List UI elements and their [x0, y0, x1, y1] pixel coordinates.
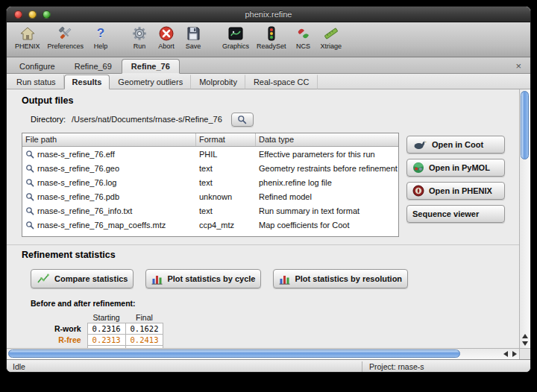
status-divider: [362, 361, 362, 372]
tab-configure[interactable]: Configure: [10, 59, 65, 74]
stats-header-row: Starting Final: [53, 312, 163, 323]
table-header-row: File path Format Data type: [22, 133, 398, 147]
traffic-light-icon: [263, 25, 280, 42]
file-path: rnase-s_refine_76_info.txt: [37, 206, 132, 215]
toolbar-button-abort[interactable]: Abort: [153, 24, 180, 51]
toolbar-button-label: Preferences: [48, 42, 84, 51]
toolbar-button-label: ReadySet: [257, 42, 286, 51]
tab-label: Refine_69: [75, 62, 112, 71]
file-action-buttons: Open in Coot Open in PyMOL Open in PHENI…: [406, 133, 505, 237]
desktop-background: phenix.refine PHENIX Preferences: [0, 0, 537, 392]
scroll-left-icon[interactable]: [503, 351, 508, 357]
toolbar-button-readyset[interactable]: ReadySet: [253, 24, 290, 51]
tab-run-status[interactable]: Run status: [8, 75, 64, 89]
row-label: R-free: [53, 335, 87, 346]
search-icon: [237, 115, 247, 124]
file-format: text: [196, 178, 256, 187]
directory-value: /Users/nat/Documents/rnase-s/Refine_76: [72, 115, 222, 124]
plot-statistics-by-resolution-button[interactable]: Plot statistics by resolution: [273, 269, 408, 288]
toolbar-button-label: NCS: [296, 42, 310, 51]
tab-geometry-outliers[interactable]: Geometry outliers: [110, 75, 191, 89]
section-divider: [7, 244, 519, 245]
stats-row-r-free: R-free 0.2313 0.2413: [53, 335, 163, 346]
file-format: text: [196, 164, 256, 173]
output-file-row[interactable]: rnase-s_refine_76_map_coeffs.mtz ccp4_mt…: [22, 218, 398, 232]
toolbar-button-label: Help: [94, 42, 108, 51]
file-format: unknown: [196, 192, 256, 201]
output-file-row[interactable]: rnase-s_refine_76_info.txt text Run summ…: [22, 203, 398, 218]
output-file-row[interactable]: rnase-s_refine_76.geo text Geometry rest…: [22, 161, 398, 175]
tab-molprobity[interactable]: Molprobity: [191, 75, 245, 89]
window-controls: [14, 10, 51, 19]
ncs-icon: [295, 25, 312, 42]
window-titlebar[interactable]: phenix.refine: [7, 7, 530, 22]
phenix-logo-icon: [412, 185, 424, 197]
toolbar-button-run[interactable]: Run: [126, 24, 153, 51]
output-files-heading: Output files: [22, 95, 519, 106]
toolbar-button-phenix[interactable]: PHENIX: [11, 24, 44, 51]
search-icon: [25, 221, 34, 230]
row-label: R-work: [53, 323, 87, 335]
horizontal-scrollbar[interactable]: [7, 348, 519, 359]
toolbar-button-ncs[interactable]: NCS: [290, 24, 317, 51]
output-file-row[interactable]: rnase-s_refine_76.log text phenix.refine…: [22, 175, 398, 189]
toolbar-button-xtriage[interactable]: Xtriage: [317, 24, 346, 51]
bar-chart-icon: [151, 274, 163, 285]
toolbar-button-label: Abort: [158, 42, 175, 51]
horizontal-scrollbar-thumb[interactable]: [8, 350, 460, 358]
toolbar-button-graphics[interactable]: Graphics: [219, 24, 253, 51]
toolbar-button-help[interactable]: ? Help: [87, 24, 114, 51]
file-data-type: Effective parameters for this run: [256, 150, 398, 159]
output-file-row[interactable]: rnase-s_refine_76.pdb unknown Refined mo…: [22, 189, 398, 203]
search-icon: [25, 192, 34, 201]
minimize-window-button[interactable]: [28, 10, 37, 19]
directory-label: Directory:: [31, 115, 66, 124]
stats-row-r-work: R-work 0.2316 0.1622: [53, 323, 163, 335]
column-header-format[interactable]: Format: [196, 133, 256, 146]
sequence-viewer-button[interactable]: Sequence viewer: [406, 205, 505, 223]
tab-results[interactable]: Results: [64, 75, 110, 89]
button-label: Compare statistics: [54, 274, 128, 283]
browse-directory-button[interactable]: [231, 113, 254, 127]
abort-icon: [158, 25, 175, 42]
vertical-scrollbar-thumb[interactable]: [521, 91, 529, 159]
file-data-type: Map coefficients for Coot: [256, 221, 398, 230]
open-in-coot-button[interactable]: Open in Coot: [406, 136, 505, 154]
xtriage-icon: [323, 25, 339, 42]
search-icon: [25, 206, 34, 215]
open-in-pymol-button[interactable]: Open in PyMOL: [406, 159, 505, 177]
toolbar-button-label: Run: [134, 42, 146, 51]
close-tab-icon[interactable]: ×: [512, 62, 524, 71]
column-header-final: Final: [125, 312, 163, 323]
tab-refine-69[interactable]: Refine_69: [65, 59, 122, 74]
gear-run-icon: [131, 25, 148, 42]
tab-label: Refine_76: [131, 62, 170, 71]
zoom-window-button[interactable]: [43, 10, 51, 19]
vertical-scrollbar[interactable]: [519, 89, 530, 348]
scroll-down-icon[interactable]: [522, 341, 528, 346]
horizontal-scroll-arrows: [503, 350, 517, 358]
scroll-up-icon[interactable]: [522, 334, 528, 338]
scroll-right-icon[interactable]: [512, 351, 517, 357]
column-header-data-type[interactable]: Data type: [256, 133, 398, 146]
compare-statistics-button[interactable]: Compare statistics: [31, 269, 134, 288]
toolbar-button-preferences[interactable]: Preferences: [44, 24, 88, 51]
output-file-row[interactable]: rnase-s_refine_76.eff PHIL Effective par…: [22, 147, 398, 161]
stat-value: 0.1622: [125, 323, 163, 335]
toolbar-button-label: PHENIX: [15, 42, 40, 51]
close-window-button[interactable]: [14, 10, 22, 19]
plot-statistics-by-cycle-button[interactable]: Plot statistics by cycle: [145, 269, 261, 288]
open-in-phenix-button[interactable]: Open in PHENIX: [406, 182, 505, 200]
output-files-table[interactable]: File path Format Data type rnase-s_refin…: [22, 133, 399, 237]
toolbar-button-save[interactable]: Save: [180, 24, 207, 51]
phenix-refine-window: phenix.refine PHENIX Preferences: [6, 6, 531, 373]
results-tabbar: Run status Results Geometry outliers Mol…: [7, 74, 530, 89]
tab-refine-76[interactable]: Refine_76: [122, 59, 180, 74]
phenix-home-icon: [19, 25, 36, 42]
tab-real-space-cc[interactable]: Real-space CC: [245, 75, 318, 89]
coot-bird-icon: [412, 139, 427, 150]
column-header-file-path[interactable]: File path: [22, 133, 196, 146]
status-bar: Idle Project: rnase-s: [7, 359, 530, 373]
stats-caption: Before and after refinement:: [31, 299, 519, 308]
button-label: Sequence viewer: [412, 209, 479, 218]
